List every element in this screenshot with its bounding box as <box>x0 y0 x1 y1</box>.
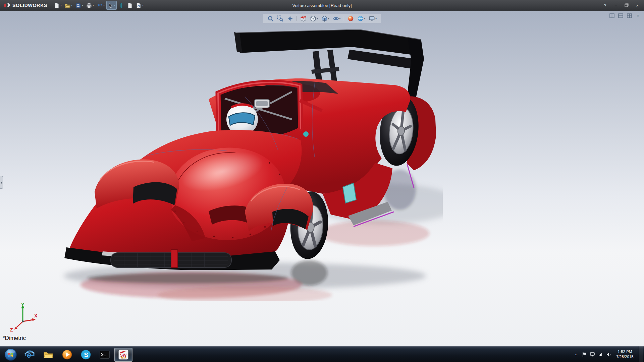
taskbar-item-skype[interactable]: S <box>77 348 95 362</box>
show-desktop-button[interactable] <box>639 346 643 362</box>
edit-appearance-button[interactable] <box>346 14 355 22</box>
skype-icon: S <box>80 349 92 360</box>
chevron-down-icon[interactable]: ▾ <box>114 4 115 7</box>
select-tool-button[interactable]: ▾ <box>106 1 117 10</box>
chevron-down-icon[interactable]: ▾ <box>339 17 341 20</box>
internet-explorer-icon: e <box>24 349 35 360</box>
restore-button[interactable] <box>624 3 629 8</box>
split-pane-vertical-button[interactable] <box>609 13 614 18</box>
folder-icon <box>65 3 70 8</box>
view-orientation-label: *Dimetric <box>3 335 26 342</box>
document-lines-icon <box>127 3 133 8</box>
car-3d-model[interactable] <box>57 29 443 301</box>
zoom-to-area-button[interactable] <box>276 14 284 22</box>
chevron-down-icon[interactable]: ▾ <box>317 17 318 20</box>
rebuild-button[interactable] <box>117 1 125 10</box>
apply-scene-button[interactable]: ▾ <box>356 14 366 22</box>
cursor-icon <box>108 3 113 8</box>
brand-name: SOLIDWORKS <box>12 3 47 8</box>
side-window <box>343 183 356 203</box>
window-controls: ? – × <box>602 3 644 8</box>
previous-view-button[interactable] <box>286 14 294 22</box>
taskbar-item-windows-explorer[interactable] <box>39 348 57 362</box>
view-cube-icon <box>310 15 316 22</box>
restore-icon <box>625 3 629 7</box>
mirror-glass <box>256 101 268 106</box>
magnifier-area-icon <box>277 15 283 22</box>
display-style-button[interactable]: ▾ <box>320 14 330 22</box>
view-orientation-button[interactable]: ▾ <box>309 14 319 22</box>
headsup-view-toolbar: ▾ ▾ ▾ ▾ ▾ <box>263 14 381 23</box>
hide-show-items-button[interactable]: ▾ <box>332 14 342 22</box>
display-settings-icon <box>369 15 375 22</box>
appearance-sphere-icon <box>347 15 354 22</box>
view-settings-button[interactable]: ▾ <box>368 14 378 22</box>
undo-arrow-icon <box>97 3 103 8</box>
viewport-pane-controls: × <box>609 13 641 18</box>
magnifier-icon <box>267 15 274 22</box>
display-tray-button[interactable] <box>590 352 595 357</box>
action-center-button[interactable] <box>582 352 587 357</box>
taskbar-item-media-player[interactable] <box>58 348 76 362</box>
chevron-down-icon[interactable]: ▾ <box>142 4 144 7</box>
toolbar-separator <box>297 16 297 21</box>
chevron-down-icon[interactable]: ▾ <box>375 17 377 20</box>
section-cube-icon <box>300 15 307 22</box>
system-tray: ▴ <box>573 346 644 362</box>
network-signal-icon <box>598 352 603 357</box>
split-vertical-icon <box>609 13 614 18</box>
undo-button[interactable]: ▾ <box>96 1 106 10</box>
tray-expand-button[interactable]: ▴ <box>573 353 579 356</box>
taskbar-clock[interactable]: 1:52 PM 7/28/2015 <box>614 349 636 359</box>
taskbar-item-command-prompt[interactable] <box>96 348 114 362</box>
triad-x-label: X <box>34 313 38 318</box>
network-tray-button[interactable] <box>598 352 603 357</box>
command-prompt-icon <box>99 349 110 360</box>
volume-tray-button[interactable] <box>606 352 611 357</box>
taskbar-item-solidworks[interactable]: SW 2015 <box>114 348 132 362</box>
svg-text:e: e <box>27 350 31 359</box>
open-button[interactable]: ▾ <box>63 1 74 10</box>
chevron-down-icon[interactable]: ▾ <box>364 17 365 20</box>
panel-collapse-tab[interactable] <box>0 176 3 189</box>
start-button[interactable] <box>2 348 20 362</box>
chevron-down-icon[interactable]: ▾ <box>328 17 329 20</box>
new-document-button[interactable]: ▾ <box>53 1 63 10</box>
eye-icon <box>333 15 339 22</box>
page-icon <box>54 3 60 8</box>
chevron-down-icon[interactable]: ▾ <box>93 4 94 7</box>
save-button[interactable]: ▾ <box>74 1 85 10</box>
taskbar-item-internet-explorer[interactable]: e <box>20 348 39 362</box>
options-button[interactable]: ▾ <box>135 1 145 10</box>
print-button[interactable]: ▾ <box>85 1 95 10</box>
zoom-to-fit-button[interactable] <box>266 14 275 22</box>
split-pane-horizontal-button[interactable] <box>618 13 623 18</box>
standard-toolbar: ▾ ▾ ▾ ▾ ▾ ▾ <box>53 1 145 10</box>
triad-z-label: Z <box>10 327 13 333</box>
flag-icon <box>582 352 587 357</box>
file-properties-button[interactable] <box>126 1 134 10</box>
document-gear-icon <box>136 3 142 8</box>
solidworks-window: SOLIDWORKS ▾ ▾ ▾ ▾ ▾ <box>0 0 644 362</box>
triad-y-label: Y <box>21 302 24 307</box>
minimize-button[interactable]: – <box>613 3 619 8</box>
section-view-button[interactable] <box>299 14 308 22</box>
printer-icon <box>86 3 92 8</box>
clock-time: 1:52 PM <box>614 349 636 354</box>
chevron-down-icon[interactable]: ▾ <box>60 4 62 7</box>
scene-globe-icon <box>357 15 364 22</box>
teal-detail <box>303 131 309 137</box>
graphics-viewport[interactable]: ▾ ▾ ▾ ▾ ▾ <box>0 11 644 346</box>
viewport-close-button[interactable]: × <box>635 13 641 18</box>
close-button[interactable]: × <box>635 3 640 8</box>
chevron-down-icon[interactable]: ▾ <box>82 4 83 7</box>
taskbar-items: e S <box>0 346 133 362</box>
help-button[interactable]: ? <box>602 3 608 8</box>
traffic-pill-icon <box>118 3 124 8</box>
four-pane-button[interactable] <box>627 13 632 18</box>
media-player-icon <box>61 349 73 360</box>
toolbar-separator <box>344 16 344 21</box>
chevron-down-icon[interactable]: ▾ <box>71 4 72 7</box>
chevron-down-icon[interactable]: ▾ <box>103 4 105 7</box>
floppy-icon <box>75 3 81 8</box>
